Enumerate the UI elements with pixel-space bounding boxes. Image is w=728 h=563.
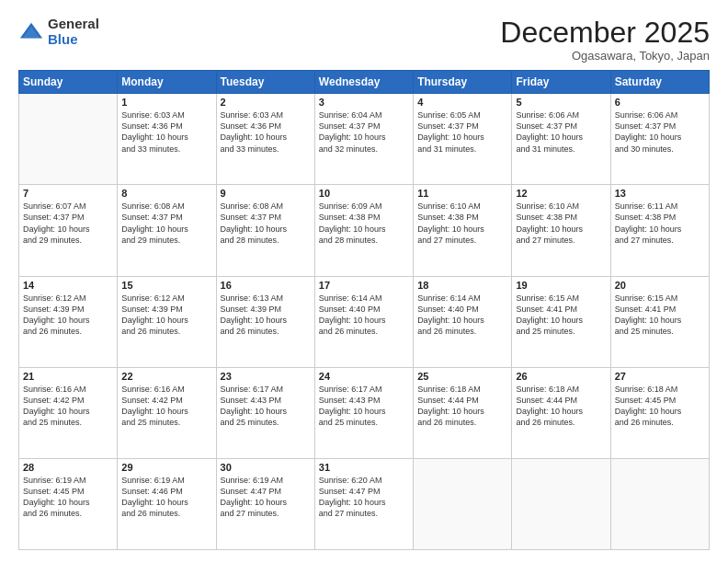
calendar-cell: 9Sunrise: 6:08 AM Sunset: 4:37 PM Daylig…: [216, 185, 314, 276]
calendar-cell: 4Sunrise: 6:05 AM Sunset: 4:37 PM Daylig…: [414, 94, 512, 185]
weekday-header-wednesday: Wednesday: [314, 71, 413, 94]
calendar-cell: 16Sunrise: 6:13 AM Sunset: 4:39 PM Dayli…: [216, 276, 314, 367]
calendar-cell: 19Sunrise: 6:15 AM Sunset: 4:41 PM Dayli…: [512, 276, 610, 367]
calendar-week-4: 21Sunrise: 6:16 AM Sunset: 4:42 PM Dayli…: [19, 367, 710, 458]
day-info: Sunrise: 6:12 AM Sunset: 4:39 PM Dayligh…: [23, 293, 113, 338]
day-info: Sunrise: 6:20 AM Sunset: 4:47 PM Dayligh…: [319, 475, 409, 520]
day-number: 1: [121, 97, 211, 108]
day-number: 25: [417, 371, 507, 382]
calendar-week-1: 1Sunrise: 6:03 AM Sunset: 4:36 PM Daylig…: [19, 94, 710, 185]
calendar-cell: [19, 94, 118, 185]
weekday-header-sunday: Sunday: [19, 71, 118, 94]
calendar-cell: 2Sunrise: 6:03 AM Sunset: 4:36 PM Daylig…: [216, 94, 314, 185]
day-number: 6: [615, 97, 705, 108]
calendar-cell: [610, 458, 709, 549]
day-number: 3: [319, 97, 409, 108]
calendar-cell: 7Sunrise: 6:07 AM Sunset: 4:37 PM Daylig…: [19, 185, 118, 276]
month-title: December 2025: [500, 17, 710, 49]
day-info: Sunrise: 6:17 AM Sunset: 4:43 PM Dayligh…: [221, 384, 311, 429]
logo-blue-text: Blue: [48, 32, 99, 48]
logo-text: General Blue: [48, 17, 99, 47]
calendar-cell: [512, 458, 610, 549]
calendar-table: SundayMondayTuesdayWednesdayThursdayFrid…: [18, 70, 710, 550]
weekday-header-saturday: Saturday: [610, 71, 709, 94]
day-number: 2: [221, 97, 311, 108]
day-number: 23: [221, 371, 311, 382]
day-info: Sunrise: 6:19 AM Sunset: 4:45 PM Dayligh…: [23, 475, 113, 520]
day-info: Sunrise: 6:10 AM Sunset: 4:38 PM Dayligh…: [417, 201, 507, 246]
day-number: 8: [121, 188, 211, 199]
day-info: Sunrise: 6:13 AM Sunset: 4:39 PM Dayligh…: [221, 293, 311, 338]
page: General Blue December 2025 Ogasawara, To…: [0, 0, 728, 563]
logo-general-text: General: [48, 17, 99, 32]
day-number: 10: [319, 188, 409, 199]
calendar-cell: 31Sunrise: 6:20 AM Sunset: 4:47 PM Dayli…: [314, 458, 413, 549]
day-number: 7: [23, 188, 113, 199]
calendar-cell: 3Sunrise: 6:04 AM Sunset: 4:37 PM Daylig…: [314, 94, 413, 185]
day-info: Sunrise: 6:04 AM Sunset: 4:37 PM Dayligh…: [319, 109, 409, 155]
day-info: Sunrise: 6:18 AM Sunset: 4:45 PM Dayligh…: [615, 384, 705, 429]
day-info: Sunrise: 6:17 AM Sunset: 4:43 PM Dayligh…: [319, 384, 409, 429]
day-info: Sunrise: 6:09 AM Sunset: 4:38 PM Dayligh…: [319, 201, 409, 246]
header: General Blue December 2025 Ogasawara, To…: [18, 17, 710, 63]
calendar-cell: 22Sunrise: 6:16 AM Sunset: 4:42 PM Dayli…: [118, 367, 216, 458]
day-info: Sunrise: 6:08 AM Sunset: 4:37 PM Dayligh…: [221, 201, 311, 246]
calendar-cell: 15Sunrise: 6:12 AM Sunset: 4:39 PM Dayli…: [118, 276, 216, 367]
calendar-cell: 17Sunrise: 6:14 AM Sunset: 4:40 PM Dayli…: [314, 276, 413, 367]
day-number: 28: [23, 462, 113, 473]
calendar-cell: 23Sunrise: 6:17 AM Sunset: 4:43 PM Dayli…: [216, 367, 314, 458]
calendar-cell: 14Sunrise: 6:12 AM Sunset: 4:39 PM Dayli…: [19, 276, 118, 367]
day-info: Sunrise: 6:16 AM Sunset: 4:42 PM Dayligh…: [23, 384, 113, 429]
calendar-cell: 5Sunrise: 6:06 AM Sunset: 4:37 PM Daylig…: [512, 94, 610, 185]
day-number: 29: [121, 462, 211, 473]
day-number: 4: [417, 97, 507, 108]
calendar-cell: 20Sunrise: 6:15 AM Sunset: 4:41 PM Dayli…: [610, 276, 709, 367]
calendar-cell: 1Sunrise: 6:03 AM Sunset: 4:36 PM Daylig…: [118, 94, 216, 185]
day-number: 19: [516, 280, 606, 291]
day-info: Sunrise: 6:10 AM Sunset: 4:38 PM Dayligh…: [516, 201, 606, 246]
weekday-header-monday: Monday: [118, 71, 216, 94]
calendar-cell: 21Sunrise: 6:16 AM Sunset: 4:42 PM Dayli…: [19, 367, 118, 458]
day-number: 21: [23, 371, 113, 382]
day-number: 31: [319, 462, 409, 473]
day-info: Sunrise: 6:12 AM Sunset: 4:39 PM Dayligh…: [121, 293, 211, 338]
day-info: Sunrise: 6:18 AM Sunset: 4:44 PM Dayligh…: [417, 384, 507, 429]
weekday-header-row: SundayMondayTuesdayWednesdayThursdayFrid…: [19, 71, 710, 94]
day-number: 13: [615, 188, 705, 199]
title-block: December 2025 Ogasawara, Tokyo, Japan: [500, 17, 710, 63]
day-number: 11: [417, 188, 507, 199]
day-info: Sunrise: 6:14 AM Sunset: 4:40 PM Dayligh…: [319, 293, 409, 338]
location: Ogasawara, Tokyo, Japan: [500, 49, 710, 63]
day-number: 14: [23, 280, 113, 291]
day-info: Sunrise: 6:03 AM Sunset: 4:36 PM Dayligh…: [121, 109, 211, 155]
day-number: 12: [516, 188, 606, 199]
day-number: 17: [319, 280, 409, 291]
calendar-cell: 30Sunrise: 6:19 AM Sunset: 4:47 PM Dayli…: [216, 458, 314, 549]
day-info: Sunrise: 6:06 AM Sunset: 4:37 PM Dayligh…: [615, 109, 705, 155]
calendar-week-2: 7Sunrise: 6:07 AM Sunset: 4:37 PM Daylig…: [19, 185, 710, 276]
calendar-cell: 8Sunrise: 6:08 AM Sunset: 4:37 PM Daylig…: [118, 185, 216, 276]
day-info: Sunrise: 6:19 AM Sunset: 4:47 PM Dayligh…: [221, 475, 311, 520]
calendar-cell: [414, 458, 512, 549]
weekday-header-friday: Friday: [512, 71, 610, 94]
day-info: Sunrise: 6:16 AM Sunset: 4:42 PM Dayligh…: [121, 384, 211, 429]
calendar-cell: 24Sunrise: 6:17 AM Sunset: 4:43 PM Dayli…: [314, 367, 413, 458]
calendar-cell: 13Sunrise: 6:11 AM Sunset: 4:38 PM Dayli…: [610, 185, 709, 276]
day-info: Sunrise: 6:07 AM Sunset: 4:37 PM Dayligh…: [23, 201, 113, 246]
calendar-cell: 28Sunrise: 6:19 AM Sunset: 4:45 PM Dayli…: [19, 458, 118, 549]
weekday-header-tuesday: Tuesday: [216, 71, 314, 94]
calendar-cell: 12Sunrise: 6:10 AM Sunset: 4:38 PM Dayli…: [512, 185, 610, 276]
day-number: 15: [121, 280, 211, 291]
day-info: Sunrise: 6:11 AM Sunset: 4:38 PM Dayligh…: [615, 201, 705, 246]
day-number: 16: [221, 280, 311, 291]
calendar-cell: 27Sunrise: 6:18 AM Sunset: 4:45 PM Dayli…: [610, 367, 709, 458]
day-info: Sunrise: 6:18 AM Sunset: 4:44 PM Dayligh…: [516, 384, 606, 429]
day-info: Sunrise: 6:14 AM Sunset: 4:40 PM Dayligh…: [417, 293, 507, 338]
day-number: 20: [615, 280, 705, 291]
calendar-cell: 10Sunrise: 6:09 AM Sunset: 4:38 PM Dayli…: [314, 185, 413, 276]
day-number: 30: [221, 462, 311, 473]
day-number: 9: [221, 188, 311, 199]
day-info: Sunrise: 6:15 AM Sunset: 4:41 PM Dayligh…: [516, 293, 606, 338]
day-info: Sunrise: 6:15 AM Sunset: 4:41 PM Dayligh…: [615, 293, 705, 338]
day-info: Sunrise: 6:05 AM Sunset: 4:37 PM Dayligh…: [417, 109, 507, 155]
